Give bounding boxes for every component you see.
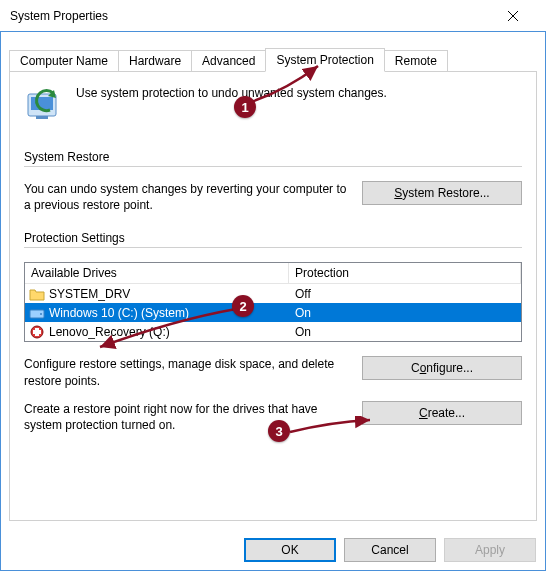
- svg-rect-10: [33, 330, 41, 334]
- annotation-3: 3: [268, 420, 290, 442]
- drive-name: Windows 10 (C:) (System): [49, 306, 189, 320]
- tab-strip: Computer Name Hardware Advanced System P…: [9, 50, 537, 72]
- system-protection-icon: [24, 86, 66, 128]
- close-button[interactable]: [490, 0, 536, 31]
- tab-system-protection[interactable]: System Protection: [265, 48, 384, 72]
- window-title: System Properties: [10, 9, 108, 23]
- annotation-1: 1: [234, 96, 256, 118]
- drive-row[interactable]: SYSTEM_DRVOff: [25, 284, 521, 303]
- drive-protection: Off: [289, 287, 521, 301]
- system-restore-desc: You can undo system changes by reverting…: [24, 181, 354, 213]
- column-available-drives[interactable]: Available Drives: [25, 263, 289, 283]
- svg-rect-4: [36, 116, 48, 119]
- drive-row[interactable]: Windows 10 (C:) (System)On: [25, 303, 521, 322]
- drives-list[interactable]: Available Drives Protection SYSTEM_DRVOf…: [24, 262, 522, 342]
- titlebar: System Properties: [0, 0, 546, 32]
- group-label-system-restore: System Restore: [24, 150, 522, 167]
- drive-protection: On: [289, 306, 521, 320]
- folder-icon: [29, 286, 45, 302]
- system-restore-button[interactable]: System Restore...: [362, 181, 522, 205]
- tab-content: Use system protection to undo unwanted s…: [9, 71, 537, 521]
- dialog-body: Computer Name Hardware Advanced System P…: [0, 32, 546, 571]
- tab-hardware[interactable]: Hardware: [118, 50, 192, 72]
- svg-point-7: [40, 313, 42, 315]
- drive-name: SYSTEM_DRV: [49, 287, 130, 301]
- column-protection[interactable]: Protection: [289, 263, 521, 283]
- drive-name: Lenovo_Recovery (Q:): [49, 325, 170, 339]
- tab-computer-name[interactable]: Computer Name: [9, 50, 119, 72]
- apply-button: Apply: [444, 538, 536, 562]
- cancel-button[interactable]: Cancel: [344, 538, 436, 562]
- create-desc: Create a restore point right now for the…: [24, 401, 354, 433]
- annotation-2: 2: [232, 295, 254, 317]
- configure-button[interactable]: Configure...: [362, 356, 522, 380]
- tab-advanced[interactable]: Advanced: [191, 50, 266, 72]
- drive-row[interactable]: Lenovo_Recovery (Q:)On: [25, 322, 521, 341]
- drive-icon: [29, 305, 45, 321]
- drive-protection: On: [289, 325, 521, 339]
- dialog-button-bar: OK Cancel Apply: [244, 538, 536, 562]
- group-protection-settings: Protection Settings Available Drives Pro…: [24, 231, 522, 433]
- create-button[interactable]: Create...: [362, 401, 522, 425]
- close-icon: [508, 11, 518, 21]
- ok-button[interactable]: OK: [244, 538, 336, 562]
- group-label-protection-settings: Protection Settings: [24, 231, 522, 248]
- group-system-restore: System Restore You can undo system chang…: [24, 150, 522, 213]
- recovery-icon: [29, 324, 45, 340]
- intro-text: Use system protection to undo unwanted s…: [76, 86, 387, 100]
- drives-header: Available Drives Protection: [25, 263, 521, 284]
- tab-remote[interactable]: Remote: [384, 50, 448, 72]
- configure-desc: Configure restore settings, manage disk …: [24, 356, 354, 388]
